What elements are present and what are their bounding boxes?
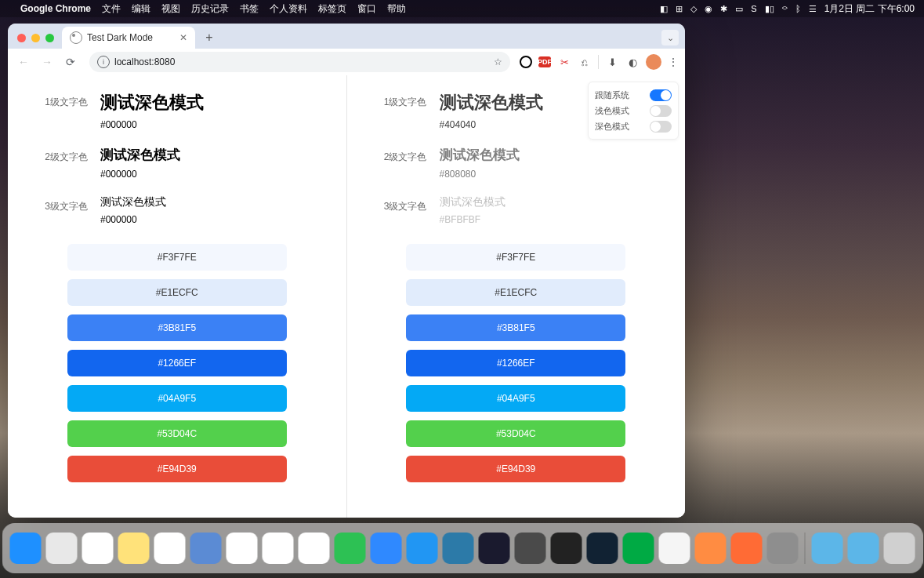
dock-settings-icon[interactable]: [766, 533, 798, 564]
color-swatch: #E1ECFC: [67, 279, 287, 306]
macos-menubar: Google Chrome 文件 编辑 视图 历史记录 书签 个人资料 标签页 …: [0, 0, 924, 17]
menu-profile[interactable]: 个人资料: [270, 2, 307, 16]
dock-calendar-icon[interactable]: [154, 533, 185, 564]
color-swatch: #E1ECFC: [406, 279, 625, 306]
dock-notes-icon[interactable]: [118, 533, 149, 564]
menubar-icon[interactable]: ▭: [735, 4, 743, 14]
dock-finder-icon[interactable]: [9, 533, 41, 564]
bookmark-star-icon[interactable]: ☆: [494, 56, 502, 67]
menu-file[interactable]: 文件: [102, 2, 121, 16]
macos-dock: [2, 523, 922, 573]
dock-swift-icon[interactable]: [730, 533, 762, 564]
menubar-icon[interactable]: ◇: [690, 4, 697, 14]
menubar-icon[interactable]: ✱: [720, 4, 727, 14]
dock-folder2-icon[interactable]: [847, 533, 879, 564]
menubar-bluetooth-icon[interactable]: ᛒ: [795, 4, 801, 13]
extension-scissors-icon[interactable]: ✂: [557, 55, 571, 69]
menu-bookmarks[interactable]: 书签: [240, 2, 259, 16]
sample-text-2: 测试深色模式: [440, 146, 662, 164]
extension-icon[interactable]: ⎌: [578, 55, 592, 69]
close-window-button[interactable]: [17, 34, 26, 42]
dock-postman-icon[interactable]: [694, 533, 726, 564]
dock-iterm-icon[interactable]: [586, 533, 618, 564]
menu-view[interactable]: 视图: [161, 2, 180, 16]
menubar-battery-icon[interactable]: ▮▯: [765, 4, 774, 14]
right-pane: 跟随系统 浅色模式 深色模式 1级文字色 测试深色模式 #404040: [347, 75, 686, 518]
dock-sublime-icon[interactable]: [514, 533, 545, 564]
chrome-window: Test Dark Mode ✕ + ⌄ ← → ⟳ i localhost:8…: [8, 24, 685, 518]
menubar-icon[interactable]: ⊞: [676, 4, 683, 14]
dock-folder1-icon[interactable]: [811, 533, 842, 564]
reload-button[interactable]: ⟳: [61, 53, 80, 71]
dock-trash-icon[interactable]: [883, 533, 915, 564]
chrome-tabstrip: Test Dark Mode ✕ + ⌄: [8, 24, 685, 49]
extension-icon[interactable]: [520, 56, 532, 68]
color-swatch: #53D04C: [67, 420, 287, 447]
dock-launchpad-icon[interactable]: [45, 533, 77, 564]
menubar-icon[interactable]: S: [751, 4, 756, 13]
light-mode-toggle[interactable]: [650, 105, 672, 117]
dock-warp-icon[interactable]: [622, 533, 654, 564]
forward-button[interactable]: →: [38, 53, 56, 71]
extensions-bar: PDF ✂ ⎌ ⬇ ◐ ⋮: [520, 54, 679, 70]
tab-close-icon[interactable]: ✕: [179, 32, 187, 43]
hex-2: #808080: [440, 169, 662, 180]
back-button[interactable]: ←: [14, 53, 33, 71]
menubar-icon[interactable]: ◧: [660, 4, 668, 14]
dock-reminders-icon[interactable]: [82, 533, 113, 564]
dock-wechat-icon[interactable]: [334, 533, 365, 564]
menu-edit[interactable]: 编辑: [132, 2, 150, 16]
extension-halftone-icon[interactable]: ◐: [625, 55, 640, 69]
new-tab-button[interactable]: +: [200, 28, 219, 47]
color-swatch: #1266EF: [67, 350, 287, 376]
sample-text-3: 测试深色模式: [100, 195, 323, 209]
text-level-2-label: 2级文字色: [371, 146, 427, 164]
tab-favicon: [70, 31, 82, 44]
color-swatch: #3B81F5: [406, 314, 625, 341]
chrome-toolbar: ← → ⟳ i localhost:8080 ☆ PDF ✂ ⎌ ⬇ ◐ ⋮: [8, 49, 685, 76]
dock-vscode2-icon[interactable]: [442, 533, 473, 564]
dark-mode-label: 深色模式: [595, 121, 629, 133]
text-level-2-label: 2级文字色: [31, 146, 88, 164]
color-swatch: #53D04C: [406, 420, 625, 447]
zoom-window-button[interactable]: [45, 34, 54, 42]
dock-edge-icon[interactable]: [262, 533, 293, 564]
menubar-wifi-icon[interactable]: ⌔: [782, 4, 788, 13]
menubar-app-name[interactable]: Google Chrome: [20, 3, 91, 14]
site-info-icon[interactable]: i: [97, 56, 110, 68]
menu-history[interactable]: 历史记录: [191, 2, 229, 16]
dock-vscode-icon[interactable]: [406, 533, 437, 564]
dock-messages-icon[interactable]: [370, 533, 401, 564]
color-swatch: #F3F7FE: [406, 244, 625, 271]
minimize-window-button[interactable]: [31, 34, 40, 42]
menu-help[interactable]: 帮助: [387, 2, 406, 16]
dock-chrome-icon[interactable]: [226, 533, 257, 564]
profile-avatar[interactable]: [646, 54, 661, 70]
color-swatch: #E94D39: [406, 456, 625, 482]
download-icon[interactable]: ⬇: [605, 55, 619, 69]
sample-text-1: 测试深色模式: [100, 91, 323, 115]
address-bar[interactable]: i localhost:8080 ☆: [89, 52, 510, 72]
menubar-clock[interactable]: 1月2日 周二 下午6:00: [824, 2, 915, 16]
color-swatch: #E94D39: [67, 456, 287, 482]
menu-window[interactable]: 窗口: [357, 2, 376, 16]
dark-mode-toggle[interactable]: [650, 121, 672, 133]
dock-terminal-icon[interactable]: [550, 533, 582, 564]
dock-kettle-icon[interactable]: [658, 533, 690, 564]
extension-icon[interactable]: PDF: [538, 56, 551, 67]
color-swatch: #1266EF: [406, 350, 625, 376]
follow-system-label: 跟随系统: [595, 89, 629, 101]
text-level-3-label: 3级文字色: [31, 195, 88, 213]
dock-preview-icon[interactable]: [190, 533, 221, 564]
menu-tabs[interactable]: 标签页: [318, 2, 346, 16]
menubar-control-icon[interactable]: ☰: [809, 4, 817, 14]
dock-affinity-icon[interactable]: [478, 533, 509, 564]
hex-2: #000000: [100, 169, 323, 180]
chrome-menu-button[interactable]: ⋮: [668, 56, 679, 68]
menubar-icon[interactable]: ◉: [705, 4, 712, 14]
tab-overflow-button[interactable]: ⌄: [661, 30, 679, 45]
swatch-list-right: #F3F7FE#E1ECFC#3B81F5#1266EF#04A9F5#53D0…: [371, 244, 662, 482]
dock-safari-icon[interactable]: [298, 533, 329, 564]
browser-tab[interactable]: Test Dark Mode ✕: [62, 27, 195, 49]
follow-system-toggle[interactable]: [650, 89, 672, 101]
